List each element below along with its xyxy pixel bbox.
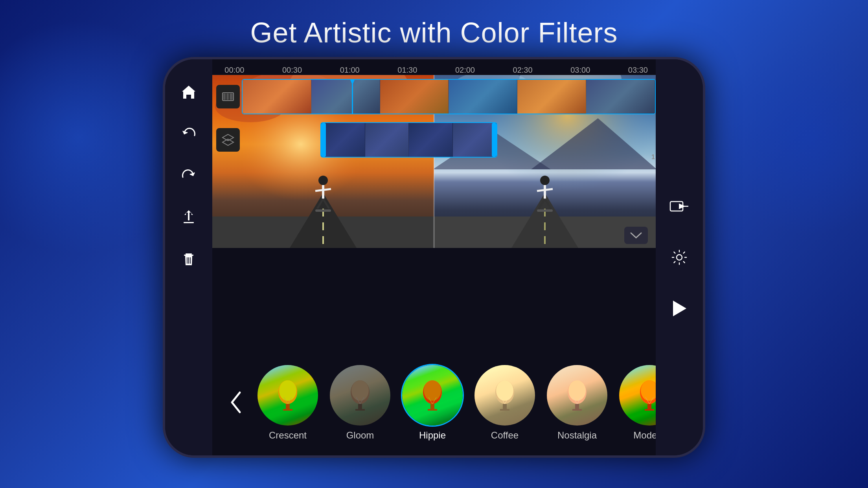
svg-rect-34: [226, 94, 229, 100]
svg-rect-71: [645, 409, 654, 411]
phone-device: 00:00 00:30 01:00 01:30 02:00 02:30 03:0…: [163, 57, 705, 458]
filter-thumb-coffee: [473, 364, 536, 427]
tick-0030: 00:30: [282, 66, 302, 75]
main-track: [242, 79, 656, 114]
svg-rect-35: [230, 94, 233, 100]
svg-marker-101: [673, 301, 686, 316]
main-video-track-row: [212, 75, 656, 118]
svg-rect-52: [430, 404, 434, 410]
page-title: Get Artistic with Color Filters: [0, 17, 868, 49]
svg-point-14: [318, 176, 328, 185]
tick-0330: 03:30: [628, 66, 648, 75]
svg-point-51: [424, 380, 441, 401]
filter-label-modern: Modern: [633, 430, 656, 441]
upload-button[interactable]: [175, 203, 202, 231]
filter-thumb-modern: [618, 364, 656, 427]
svg-point-100: [677, 255, 682, 260]
filter-label-crescent: Crescent: [269, 430, 307, 441]
filter-thumb-gloom: [329, 364, 392, 427]
filter-strip: Crescent: [212, 349, 656, 455]
filter-label-hippie: Hippie: [419, 430, 446, 441]
svg-rect-41: [283, 409, 292, 411]
svg-point-45: [351, 380, 369, 401]
track-layers-icon: 1: [216, 128, 240, 152]
filter-back-button[interactable]: [220, 387, 252, 418]
redo-button[interactable]: [175, 161, 202, 189]
tick-0300: 03:00: [570, 66, 590, 75]
filter-item-coffee[interactable]: Coffee: [473, 364, 536, 441]
tick-0200: 02:00: [455, 66, 475, 75]
settings-button[interactable]: [666, 244, 693, 271]
left-toolbar: [165, 59, 212, 455]
svg-rect-58: [503, 404, 507, 410]
tick-0130: 01:30: [397, 66, 417, 75]
svg-rect-19: [315, 209, 331, 212]
svg-point-63: [568, 380, 586, 401]
play-button[interactable]: [666, 295, 693, 322]
svg-rect-33: [223, 94, 226, 100]
export-button[interactable]: [666, 193, 693, 220]
phone-screen: 00:00 00:30 01:00 01:30 02:00 02:30 03:0…: [212, 59, 656, 455]
svg-rect-46: [358, 404, 362, 410]
clip-handle-right[interactable]: [492, 123, 497, 157]
svg-rect-1: [188, 213, 189, 220]
delete-button[interactable]: [175, 245, 202, 272]
svg-rect-0: [184, 222, 194, 223]
svg-point-57: [496, 380, 513, 401]
home-button[interactable]: [175, 78, 202, 106]
tick-0000: 00:00: [224, 66, 244, 75]
timeline-ruler: 00:00 00:30 01:00 01:30 02:00 02:30 03:0…: [212, 59, 656, 75]
svg-rect-4: [184, 255, 193, 256]
right-toolbar: [656, 59, 703, 455]
filter-label-gloom: Gloom: [346, 430, 374, 441]
svg-rect-53: [428, 409, 437, 411]
svg-rect-64: [575, 404, 579, 410]
collapse-button[interactable]: [624, 227, 648, 244]
svg-rect-59: [500, 409, 509, 411]
filter-item-nostalgia[interactable]: Nostalgia: [546, 364, 609, 441]
svg-point-26: [540, 176, 550, 185]
track-container: 1: [212, 75, 656, 165]
main-track-clips[interactable]: [242, 79, 656, 114]
filter-thumb-crescent: [256, 364, 319, 427]
filter-item-modern[interactable]: Modern: [618, 364, 656, 441]
filter-item-hippie[interactable]: Hippie: [401, 364, 464, 441]
bg-glow-right: [711, 39, 868, 236]
filter-item-gloom[interactable]: Gloom: [329, 364, 392, 441]
playhead[interactable]: [352, 79, 353, 114]
overlay-track-row: 1: [212, 118, 656, 161]
clip-handle-left[interactable]: [321, 123, 326, 157]
svg-rect-31: [537, 209, 553, 212]
overlay-track-clips[interactable]: [242, 122, 656, 158]
undo-button[interactable]: [175, 120, 202, 147]
filter-thumb-hippie: [401, 364, 464, 427]
svg-marker-36: [223, 134, 234, 141]
tick-0100: 01:00: [340, 66, 360, 75]
svg-rect-65: [572, 409, 582, 411]
filter-thumb-nostalgia: [546, 364, 609, 427]
overlay-track: [320, 122, 497, 158]
filter-label-coffee: Coffee: [491, 430, 519, 441]
track-media-icon: [216, 85, 240, 108]
svg-point-39: [279, 380, 296, 401]
filter-label-nostalgia: Nostalgia: [557, 430, 597, 441]
svg-marker-37: [223, 139, 234, 145]
svg-rect-3: [186, 253, 192, 255]
svg-rect-70: [647, 404, 651, 410]
svg-rect-47: [355, 409, 365, 411]
tick-0230: 02:30: [513, 66, 533, 75]
filter-item-crescent[interactable]: Crescent: [256, 364, 319, 441]
svg-rect-40: [286, 404, 290, 410]
